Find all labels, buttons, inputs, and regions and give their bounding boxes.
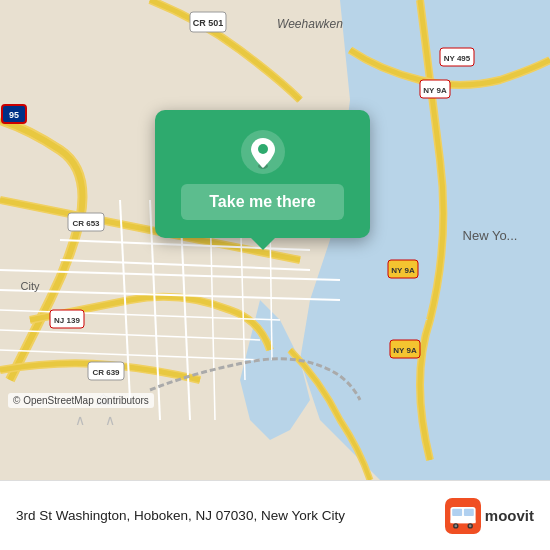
bottom-bar: 3rd St Washington, Hoboken, NJ 07030, Ne… [0, 480, 550, 550]
moovit-logo-text: moovit [485, 507, 534, 524]
svg-text:NY 495: NY 495 [444, 54, 471, 63]
svg-text:CR 639: CR 639 [92, 368, 120, 377]
address-text: 3rd St Washington, Hoboken, NJ 07030, Ne… [16, 508, 345, 523]
map-background: CR 501 95 CR 653 NJ 139 CR 639 NY 9A NY … [0, 0, 550, 480]
svg-rect-47 [450, 520, 475, 523]
svg-text:NJ 139: NJ 139 [54, 316, 80, 325]
svg-text:CR 501: CR 501 [193, 18, 224, 28]
take-me-there-button[interactable]: Take me there [181, 184, 343, 220]
svg-text:∧: ∧ [105, 412, 115, 428]
osm-credit: © OpenStreetMap contributors [8, 393, 154, 408]
svg-text:New Yo...: New Yo... [463, 228, 518, 243]
svg-text:∧: ∧ [75, 412, 85, 428]
svg-rect-46 [464, 508, 474, 515]
map-popup: Take me there [155, 110, 370, 238]
osm-credit-text: © OpenStreetMap contributors [13, 395, 149, 406]
location-pin-icon [241, 130, 285, 174]
map-container: CR 501 95 CR 653 NJ 139 CR 639 NY 9A NY … [0, 0, 550, 480]
svg-text:Weehawken: Weehawken [277, 17, 343, 31]
moovit-logo: moovit [445, 498, 534, 534]
address-container: 3rd St Washington, Hoboken, NJ 07030, Ne… [16, 506, 445, 526]
svg-point-51 [469, 524, 472, 527]
svg-point-50 [454, 524, 457, 527]
svg-text:NY 9A: NY 9A [391, 266, 415, 275]
svg-rect-45 [452, 508, 462, 515]
svg-text:CR 653: CR 653 [72, 219, 100, 228]
svg-text:95: 95 [9, 110, 19, 120]
svg-text:NY 9A: NY 9A [423, 86, 447, 95]
svg-text:NY 9A: NY 9A [393, 346, 417, 355]
svg-text:City: City [21, 280, 40, 292]
svg-point-42 [258, 144, 268, 154]
moovit-bus-icon [445, 498, 481, 534]
